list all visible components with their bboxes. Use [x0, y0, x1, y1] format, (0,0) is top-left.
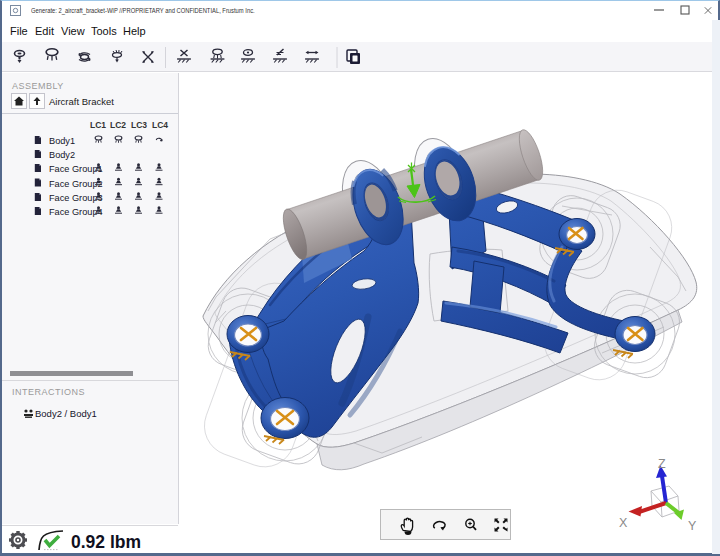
svg-text:Face Group2: Face Group2 [49, 179, 103, 189]
svg-text:X: X [619, 516, 628, 530]
svg-text:Z: Z [658, 457, 666, 471]
svg-text:Body2: Body2 [49, 150, 75, 160]
svg-text:Body1: Body1 [49, 136, 75, 146]
svg-text:Y: Y [688, 519, 697, 533]
svg-text:Face Group1: Face Group1 [49, 164, 103, 174]
svg-text:Face Group3: Face Group3 [49, 193, 103, 203]
svg-text:Face Group4: Face Group4 [49, 207, 103, 217]
